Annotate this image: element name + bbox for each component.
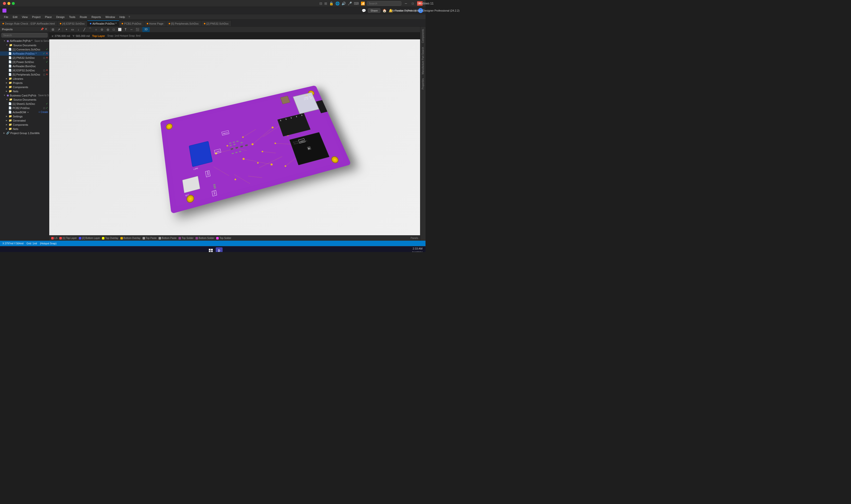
folder-libraries-1[interactable]: ▶ 📁 Libraries <box>0 76 49 81</box>
folder-components-2[interactable]: ▶ 📁 Components <box>0 123 49 127</box>
right-tab-manufacture[interactable]: Manufacture Part Search <box>421 46 425 76</box>
tab-peripherals[interactable]: [5] Peripherals.SchDoc <box>166 20 202 26</box>
chat-icon[interactable]: 💬 <box>362 8 366 13</box>
tab-drc[interactable]: Design Rule Check - ESP-AirReader.html <box>0 20 57 26</box>
folder-source-docs-1[interactable]: ▼ 📁 Source Documents <box>0 43 49 47</box>
lock-icon[interactable]: 🔒 <box>329 1 333 5</box>
menu-route[interactable]: Route <box>78 15 89 19</box>
layer-bottom-overlay[interactable]: Bottom Overlay <box>120 237 141 239</box>
menu-tools[interactable]: Tools <box>67 15 77 19</box>
close-button[interactable] <box>3 2 6 5</box>
tab-homepage[interactable]: Home Page <box>144 20 166 26</box>
folder-nets-1[interactable]: ▶ 📁 Nets <box>0 89 49 93</box>
folder-generated-1[interactable]: ▶ 📁 Projects <box>0 81 49 85</box>
pcb-canvas[interactable]: LIPO GCT <box>49 39 420 235</box>
active-layer-btn[interactable]: 3D <box>142 27 150 32</box>
layer-top-overlay[interactable]: Top Overlay <box>102 237 118 239</box>
menu-edit[interactable]: Edit <box>11 15 19 19</box>
save-to-server-btn-2[interactable]: Save to Server <box>38 94 49 97</box>
folder-source-docs-2[interactable]: ▼ 📁 Source Documents <box>0 97 49 102</box>
mic-icon[interactable]: 🎤 <box>348 1 352 5</box>
sidebar-close-icon[interactable]: ✕ <box>45 28 47 31</box>
maximize-button[interactable] <box>12 2 15 5</box>
globe-icon[interactable]: 🌐 <box>335 1 340 5</box>
folder-generated-2[interactable]: ▶ 📁 Generated <box>0 119 49 123</box>
layer-bottom-paste[interactable]: Bottom Paste <box>159 237 177 239</box>
dim-btn[interactable]: ↔ <box>129 27 134 32</box>
file-peripherals[interactable]: 📄 [5] Peripherals.SchDoc □ ✕ <box>0 72 49 76</box>
menu-place[interactable]: Place <box>43 15 54 19</box>
layer-top-solder2[interactable]: Top Solder <box>216 237 231 239</box>
line-btn[interactable]: ╱ <box>82 27 87 32</box>
tab-airreader-pcb[interactable]: AirReader.PcbDoc * <box>87 20 119 26</box>
folder-components-1[interactable]: ▶ 📁 Components <box>0 85 49 89</box>
menu-project[interactable]: Project <box>30 15 42 19</box>
sidebar-pin-icon[interactable]: 📌 <box>40 28 44 31</box>
circle-btn[interactable]: ○ <box>93 27 99 32</box>
via-btn[interactable]: ◎ <box>105 27 110 32</box>
tab-pn532[interactable]: [2] PN532.SchDoc <box>201 20 231 26</box>
right-tab-components[interactable]: Components <box>421 28 425 44</box>
rect-btn[interactable]: ▭ <box>70 27 75 32</box>
arc-btn[interactable]: ⌒ <box>87 27 93 32</box>
add-btn[interactable]: + <box>64 27 69 32</box>
file-pn532[interactable]: 📄 [2] PN532.SchDoc □ ✕ <box>0 56 49 60</box>
project-group[interactable]: ▶ 🔗 Project Group 1.DsnWrk <box>0 131 49 135</box>
copper-btn[interactable]: ⬜ <box>117 27 122 32</box>
win-minimize-btn[interactable]: ─ <box>403 1 408 6</box>
sound-icon[interactable]: 🔊 <box>341 1 346 5</box>
layer-top-paste[interactable]: Top Paste <box>143 237 157 239</box>
menu-reports[interactable]: Reports <box>89 15 103 19</box>
tile-icon[interactable]: ⊞ <box>324 1 327 5</box>
route-btn[interactable]: ↗ <box>56 27 61 32</box>
tab-esp32[interactable]: [4] ESP32.SchDoc <box>57 20 87 26</box>
file-power[interactable]: 📄 [3] Power.SchDoc ✓ <box>0 60 49 64</box>
save-to-server-btn-1[interactable]: Save to Server <box>34 40 49 42</box>
sidebar-search-input[interactable] <box>1 33 48 37</box>
minimize-button[interactable] <box>7 2 10 5</box>
win-maximize-btn[interactable]: □ <box>410 1 415 6</box>
menu-help[interactable]: Help <box>118 15 127 19</box>
file-pcb2[interactable]: 📄 PCB2.PcbDoc □ ✓ <box>0 106 49 110</box>
help-icon[interactable]: ? <box>128 16 130 18</box>
menu-design[interactable]: Design <box>54 15 67 19</box>
layer-bottom[interactable]: [2] Bottom Layer <box>79 237 100 239</box>
altium-taskbar-icon[interactable]: D <box>216 247 223 252</box>
layer-top-solder[interactable]: Top Solder <box>178 237 194 239</box>
drill-btn[interactable]: ⊙ <box>99 27 105 32</box>
project-airreader[interactable]: ▼ ◉ AirReader.PrjPcb * Save to Server ✓ … <box>0 39 49 43</box>
folder-settings-2[interactable]: ▶ 📁 Settings <box>0 114 49 119</box>
right-tab-properties[interactable]: Properties <box>421 77 425 91</box>
file-activebom[interactable]: 📄 ActiveBOM ● + Create <box>0 110 49 114</box>
rect2-btn[interactable]: ⬛ <box>135 27 140 32</box>
file-airreader-pcb[interactable]: 📄 AirReader.PcbDoc * ✓ ✕ <box>0 51 49 56</box>
menu-file[interactable]: File <box>2 15 10 19</box>
layer-top[interactable]: [1] Top Layer <box>59 237 77 239</box>
filter-btn[interactable]: ⊟ <box>50 27 56 32</box>
expand-arrow: ▶ <box>6 119 7 122</box>
project-businesscard[interactable]: ▼ ◉ Business Card.PrjPcb Save to Server … <box>0 93 49 97</box>
tab-pcb2[interactable]: PCB2.PcbDoc <box>119 20 144 26</box>
file-connectors[interactable]: 📄 [1] Connectors.SchDoc ✓ <box>0 47 49 51</box>
start-button[interactable] <box>207 247 214 252</box>
file-esp32[interactable]: 📄 [4] ESP32.SchDoc □ ✕ <box>0 68 49 72</box>
text-btn[interactable]: T <box>123 27 128 32</box>
minimize-icon[interactable]: ⊟ <box>319 1 322 5</box>
file-sheet1[interactable]: 📄 [1] Sheet1.SchDoc ✓ <box>0 102 49 106</box>
layer-dot <box>216 237 219 239</box>
layer-bottom-solder[interactable]: Bottom Solder <box>196 237 214 239</box>
pad-btn[interactable]: □ <box>111 27 117 32</box>
share-button[interactable]: Share <box>368 8 380 13</box>
panels-button[interactable]: Panels <box>410 237 418 239</box>
home-icon[interactable]: 🏠 <box>383 8 387 13</box>
search-input[interactable] <box>367 1 401 6</box>
menu-window[interactable]: Window <box>103 15 117 19</box>
folder-nets-2[interactable]: ▶ 📁 Nets <box>0 127 49 131</box>
wifi-icon[interactable]: 📶 <box>361 1 365 5</box>
download-btn[interactable]: ↓ <box>76 27 81 32</box>
menu-view[interactable]: View <box>20 15 30 19</box>
layer-ls[interactable]: LS <box>51 237 57 239</box>
file-bom[interactable]: 📄 AirReader.BomDoc <box>0 64 49 68</box>
create-link[interactable]: + Create <box>38 111 48 113</box>
keyboard-icon[interactable]: ⌨ <box>354 1 359 5</box>
